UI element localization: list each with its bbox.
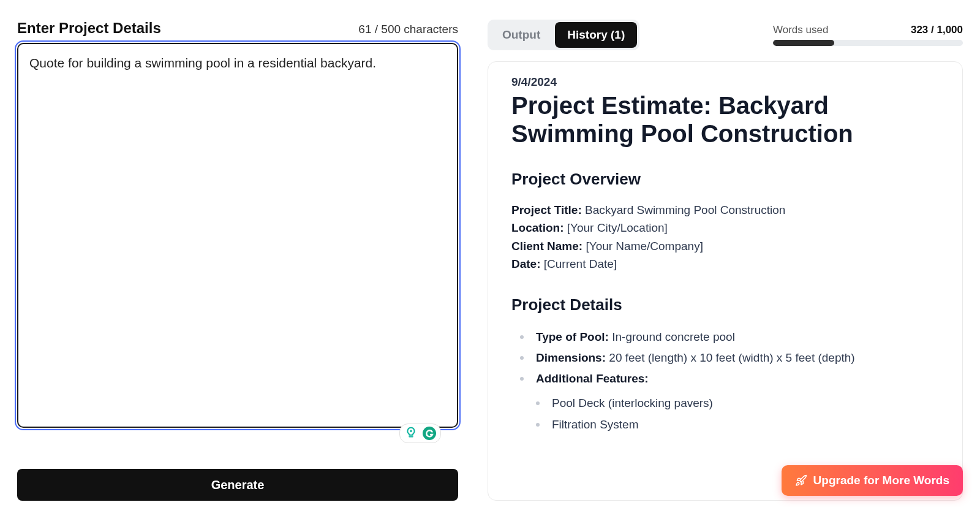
char-count: 61 / 500 characters xyxy=(358,23,458,36)
output-header: Output History (1) Words used 323 / 1,00… xyxy=(488,20,963,50)
output-scroll[interactable]: 9/4/2024 Project Estimate: Backyard Swim… xyxy=(511,75,939,487)
overview-location: Location: [Your City/Location] xyxy=(511,219,932,237)
rocket-icon xyxy=(795,474,807,487)
overview-heading: Project Overview xyxy=(511,170,932,189)
generate-button[interactable]: Generate xyxy=(17,469,458,501)
words-used-count: 323 / 1,000 xyxy=(911,24,963,36)
estimate-title: Project Estimate: Backyard Swimming Pool… xyxy=(511,91,932,148)
overview-client: Client Name: [Your Name/Company] xyxy=(511,237,932,255)
detail-type: Type of Pool: In-ground concrete pool xyxy=(520,327,932,348)
input-panel: Enter Project Details 61 / 500 character… xyxy=(17,20,458,501)
output-panel: Output History (1) Words used 323 / 1,00… xyxy=(488,20,963,501)
details-list: Type of Pool: In-ground concrete pool Di… xyxy=(511,327,932,390)
output-date: 9/4/2024 xyxy=(511,75,932,89)
additional-features-list: Pool Deck (interlocking pavers) Filtrati… xyxy=(511,393,932,435)
textarea-wrap xyxy=(17,43,458,457)
overview-date: Date: [Current Date] xyxy=(511,255,932,273)
detail-dimensions: Dimensions: 20 feet (length) x 10 feet (… xyxy=(520,348,932,368)
editor-assist-icons xyxy=(399,424,441,443)
words-progress-bar xyxy=(773,40,963,46)
words-progress-fill xyxy=(773,40,834,46)
assist-bulb-icon[interactable] xyxy=(404,426,418,441)
grammarly-icon[interactable] xyxy=(422,426,437,441)
input-header: Enter Project Details 61 / 500 character… xyxy=(17,20,458,37)
project-details-input[interactable] xyxy=(17,43,458,428)
upgrade-button-label: Upgrade for More Words xyxy=(813,474,949,487)
tab-history[interactable]: History (1) xyxy=(555,22,637,48)
output-tabs: Output History (1) xyxy=(488,20,639,50)
feature-pool-deck: Pool Deck (interlocking pavers) xyxy=(536,393,932,414)
details-heading: Project Details xyxy=(511,295,932,314)
words-used: Words used 323 / 1,000 xyxy=(773,24,963,46)
words-used-label: Words used xyxy=(773,24,828,36)
feature-filtration: Filtration System xyxy=(536,414,932,435)
svg-point-0 xyxy=(423,427,436,440)
detail-additional: Additional Features: xyxy=(520,368,932,389)
overview-project-title: Project Title: Backyard Swimming Pool Co… xyxy=(511,201,932,219)
output-card: 9/4/2024 Project Estimate: Backyard Swim… xyxy=(488,61,963,501)
tab-output[interactable]: Output xyxy=(490,22,552,48)
upgrade-button[interactable]: Upgrade for More Words xyxy=(782,465,963,496)
input-title: Enter Project Details xyxy=(17,20,161,37)
